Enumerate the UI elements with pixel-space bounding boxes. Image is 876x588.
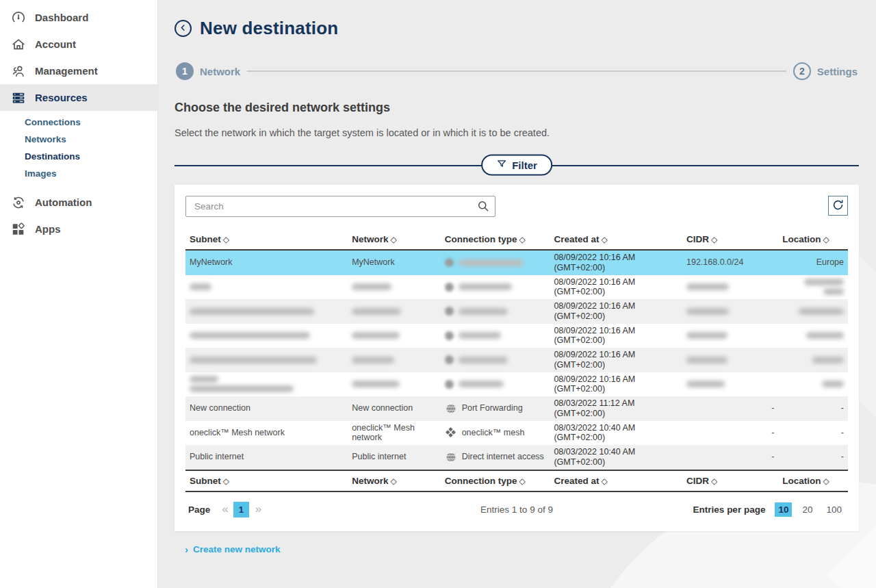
- globe-icon: [445, 402, 457, 415]
- sort-icon: ◇: [223, 235, 229, 244]
- per-page-option-10[interactable]: 10: [775, 502, 792, 517]
- sidebar-item-label: Management: [35, 65, 98, 77]
- filter-button-label: Filter: [512, 159, 537, 171]
- cell-network: [348, 299, 441, 324]
- sidebar-item-resources[interactable]: Resources: [0, 84, 157, 111]
- cell-cidr: [682, 324, 778, 348]
- cell-location: Europe: [778, 250, 848, 275]
- per-page-option-20[interactable]: 20: [799, 502, 816, 517]
- globe-icon: [445, 451, 457, 463]
- refresh-button[interactable]: [828, 196, 848, 216]
- cell-created-at: 08/09/2022 10:16 AM(GMT+02:00): [550, 299, 682, 324]
- redacted-text: [190, 332, 310, 339]
- table-row[interactable]: New connectionNew connectionPort Forward…: [185, 396, 848, 421]
- redacted-icon: [445, 380, 454, 389]
- page-label: Page: [188, 504, 210, 515]
- cell-location: -: [778, 421, 848, 446]
- step-label: Network: [200, 66, 240, 77]
- sort-icon: ◇: [519, 235, 525, 244]
- table-row[interactable]: oneclick™ Mesh networkoneclick™ Mesh net…: [185, 421, 848, 446]
- cell-connection-type: oneclick™ mesh: [441, 421, 550, 446]
- column-header-cidr[interactable]: CIDR◇: [682, 229, 778, 250]
- section-heading: Choose the desired network settings: [175, 101, 859, 115]
- cell-network: [348, 348, 441, 372]
- cell-subnet: MyNetwork: [185, 250, 348, 275]
- cell-created-at: 08/03/2022 11:12 AM(GMT+02:00): [550, 396, 682, 421]
- sidebar-item-management[interactable]: Management: [0, 57, 157, 84]
- current-page-button[interactable]: 1: [233, 502, 249, 517]
- redacted-icon: [445, 331, 454, 340]
- sidebar-item-networks[interactable]: Networks: [0, 131, 157, 148]
- filter-bar: Filter: [175, 155, 859, 175]
- section-description: Select the network in which the target s…: [175, 127, 859, 138]
- redacted-text: [352, 332, 400, 339]
- column-header-created-at[interactable]: Created at◇: [550, 470, 682, 491]
- prev-page-icon[interactable]: «: [222, 502, 227, 516]
- table-row[interactable]: 08/09/2022 10:16 AM(GMT+02:00): [185, 299, 848, 324]
- table-row[interactable]: 08/09/2022 10:16 AM(GMT+02:00): [185, 275, 848, 300]
- column-header-connection-type[interactable]: Connection type◇: [441, 470, 550, 491]
- column-header-cidr[interactable]: CIDR◇: [682, 470, 778, 491]
- sidebar-item-apps[interactable]: Apps: [0, 216, 157, 242]
- filter-button[interactable]: Filter: [481, 155, 552, 176]
- redacted-text: [459, 308, 508, 315]
- table-row[interactable]: Public internetPublic internetDirect int…: [185, 445, 848, 470]
- per-page-option-100[interactable]: 100: [823, 502, 845, 517]
- networks-table: Subnet◇Network◇Connection type◇Created a…: [185, 229, 848, 492]
- cell-connection-type: Direct internet access: [441, 445, 550, 470]
- column-header-network[interactable]: Network◇: [348, 229, 441, 250]
- sort-icon: ◇: [711, 476, 717, 486]
- table-row[interactable]: 08/09/2022 10:16 AM(GMT+02:00): [185, 348, 848, 372]
- sort-icon: ◇: [823, 235, 829, 244]
- sidebar-item-automation[interactable]: Automation: [0, 189, 157, 216]
- table-row[interactable]: MyNetworkMyNetwork08/09/2022 10:16 AM(GM…: [185, 250, 848, 275]
- cell-location: [778, 348, 848, 372]
- network-table-card: Subnet◇Network◇Connection type◇Created a…: [175, 185, 859, 531]
- cell-location: [778, 372, 848, 397]
- sort-icon: ◇: [601, 235, 607, 244]
- next-page-icon[interactable]: »: [255, 502, 260, 516]
- redacted-text: [459, 381, 504, 387]
- redacted-text: [459, 283, 512, 290]
- redacted-text: [686, 308, 729, 315]
- cell-subnet: oneclick™ Mesh network: [185, 421, 348, 446]
- sidebar-item-connections[interactable]: Connections: [0, 114, 157, 131]
- sort-icon: ◇: [390, 235, 396, 244]
- column-header-created-at[interactable]: Created at◇: [550, 229, 682, 250]
- sidebar-item-dashboard[interactable]: Dashboard: [0, 4, 157, 31]
- step-label: Settings: [817, 66, 858, 77]
- column-header-network[interactable]: Network◇: [348, 470, 441, 491]
- stepper-step-settings: 2 Settings: [793, 62, 858, 80]
- table-row[interactable]: 08/09/2022 10:16 AM(GMT+02:00): [185, 324, 848, 348]
- search-field-wrap: [185, 196, 495, 217]
- cell-cidr: 192.168.0.0/24: [682, 250, 778, 275]
- gauge-icon: [10, 10, 27, 26]
- cell-location: -: [778, 445, 848, 470]
- mesh-icon: [445, 426, 457, 439]
- redacted-text: [822, 381, 844, 387]
- cell-created-at: 08/09/2022 10:16 AM(GMT+02:00): [550, 250, 682, 275]
- cell-network: Public internet: [348, 445, 441, 470]
- sidebar-item-images[interactable]: Images: [0, 165, 157, 182]
- search-icon: [476, 199, 490, 216]
- redacted-text: [459, 357, 508, 363]
- column-header-subnet[interactable]: Subnet◇: [185, 229, 348, 250]
- cell-connection-type: [441, 348, 550, 372]
- sidebar-item-destinations[interactable]: Destinations: [0, 148, 157, 165]
- column-header-connection-type[interactable]: Connection type◇: [441, 229, 550, 250]
- back-button[interactable]: [175, 20, 192, 37]
- cell-network: MyNetwork: [348, 250, 441, 275]
- column-header-location[interactable]: Location◇: [778, 470, 848, 491]
- table-row[interactable]: 08/09/2022 10:16 AM(GMT+02:00): [185, 372, 848, 397]
- connection-type-label: Direct internet access: [462, 452, 544, 462]
- search-input[interactable]: [185, 196, 495, 217]
- cell-network: [348, 324, 441, 348]
- cell-cidr: [682, 275, 778, 300]
- connection-type-label: Port Forwarding: [462, 403, 523, 413]
- column-header-location[interactable]: Location◇: [778, 229, 848, 250]
- column-header-subnet[interactable]: Subnet◇: [185, 470, 348, 491]
- create-new-network-link[interactable]: › Create new network: [185, 544, 859, 555]
- sidebar-item-account[interactable]: Account: [0, 31, 157, 57]
- stepper-connector: [247, 71, 786, 72]
- sort-icon: ◇: [390, 476, 396, 486]
